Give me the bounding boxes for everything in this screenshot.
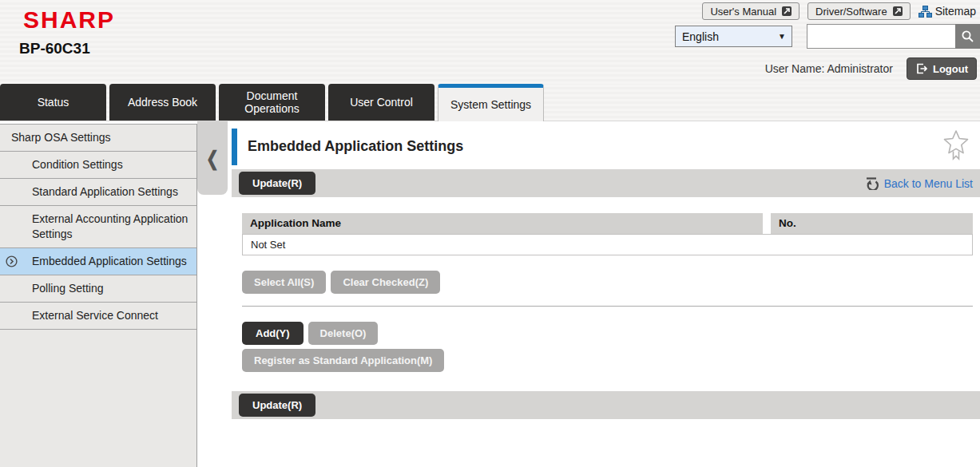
circle-arrow-icon [6,255,18,271]
top-toolbar: Update(R) Back to Menu List [232,169,980,197]
sidebar-item-external-accounting-application-settings[interactable]: External Accounting Application Settings [0,206,196,248]
selection-buttons-row: Select All(S) Clear Checked(Z) [242,271,973,294]
main-content: Embedded Application Settings Update(R) [232,121,980,467]
tab-document-operations[interactable]: Document Operations [219,84,325,121]
driver-software-label: Driver/Software [815,6,887,18]
body: Sharp OSA Settings Condition Settings St… [0,121,980,467]
column-header-application-name: Application Name [242,213,763,234]
sidebar-item-external-service-connect[interactable]: External Service Connect [0,303,196,330]
sidebar-item-polling-setting[interactable]: Polling Setting [0,275,196,303]
title-row: Embedded Application Settings [232,128,980,165]
add-delete-row: Add(Y) Delete(O) [242,322,973,345]
header-links-row: User's Manual Driver/Software Sitema [702,2,976,20]
sidebar-item-label: Embedded Application Settings [32,255,187,267]
back-to-menu[interactable]: Back to Menu List [864,176,973,190]
search-input[interactable] [807,24,955,49]
content-area: Application Name No. Not Set Select All(… [232,197,980,372]
users-manual-label: User's Manual [710,6,776,18]
sidebar-item-standard-application-settings[interactable]: Standard Application Settings [0,179,196,206]
sitemap-icon [919,6,932,18]
search-icon [961,30,974,43]
title-accent-bar [232,129,237,165]
update-button-bottom[interactable]: Update(R) [239,394,315,417]
language-select-wrap: English ▼ [675,26,792,47]
logout-button[interactable]: Logout [907,57,977,80]
page: SHARP BP-60C31 User's Manual Driver/Soft… [0,0,980,467]
sidebar: Sharp OSA Settings Condition Settings St… [0,124,197,467]
column-header-no: No. [771,213,973,234]
tab-status[interactable]: Status [0,84,106,121]
sitemap-label: Sitemap [935,5,976,18]
logout-label: Logout [933,63,968,75]
register-standard-application-button[interactable]: Register as Standard Application(M) [242,349,444,372]
page-title: Embedded Application Settings [248,138,463,155]
tab-user-control[interactable]: User Control [328,84,434,121]
back-to-menu-link[interactable]: Back to Menu List [884,177,973,190]
sitemap-link[interactable]: Sitemap [919,5,976,18]
delete-button[interactable]: Delete(O) [308,322,379,345]
header-user-row: User Name: Administrator Logout [765,57,977,80]
bottom-toolbar: Update(R) [232,391,980,419]
logout-icon [915,62,928,75]
update-button-top[interactable]: Update(R) [239,172,315,195]
search-button[interactable] [955,24,980,49]
header-search-row: English ▼ [675,24,980,49]
sidebar-item-embedded-application-settings[interactable]: Embedded Application Settings [0,248,196,275]
register-row: Register as Standard Application(M) [242,349,973,372]
chevron-left-icon: ❮ [206,146,219,170]
sidebar-item-condition-settings[interactable]: Condition Settings [0,152,196,179]
language-select[interactable]: English [675,26,792,47]
sharp-logo: SHARP [23,6,115,34]
favorite-star-icon[interactable] [942,129,970,164]
divider [242,306,973,307]
user-name-text: User Name: Administrator [765,62,893,75]
sidebar-collapse-handle[interactable]: ❮ [197,121,228,195]
tab-system-settings[interactable]: System Settings [438,84,544,121]
header: SHARP BP-60C31 User's Manual Driver/Soft… [0,0,980,84]
model-number: BP-60C31 [19,40,90,57]
back-to-menu-icon [864,176,879,190]
users-manual-button[interactable]: User's Manual [702,2,799,20]
external-link-icon [893,6,903,16]
tab-bar: Status Address Book Document Operations … [0,84,980,121]
clear-checked-button[interactable]: Clear Checked(Z) [331,271,440,294]
driver-software-button[interactable]: Driver/Software [807,2,911,20]
tab-address-book[interactable]: Address Book [109,84,216,121]
table-row-not-set: Not Set [242,234,973,255]
add-button[interactable]: Add(Y) [242,322,304,345]
table-header: Application Name No. [242,213,973,234]
external-link-icon [782,6,792,16]
select-all-button[interactable]: Select All(S) [242,271,326,294]
sidebar-item-sharp-osa-settings[interactable]: Sharp OSA Settings [0,125,196,152]
